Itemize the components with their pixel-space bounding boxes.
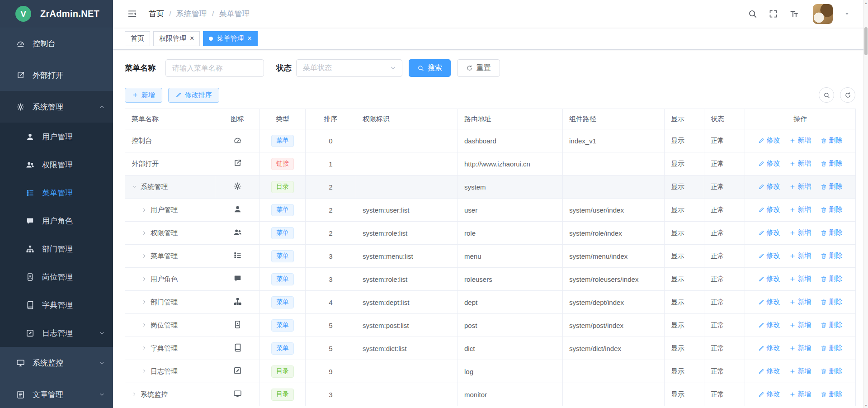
chevron-right-icon[interactable]: [142, 230, 147, 236]
sidebar-item-external[interactable]: 外部打开: [0, 59, 113, 91]
search-button[interactable]: 搜索: [409, 59, 451, 77]
chevron-right-icon[interactable]: [142, 276, 147, 282]
status-cell: 正常: [704, 152, 745, 176]
row-add-link[interactable]: 新增: [789, 205, 811, 214]
row-edit-link[interactable]: 修改: [758, 390, 780, 399]
scrollbar-up-arrow[interactable]: ▲: [864, 0, 868, 5]
row-edit-link[interactable]: 修改: [758, 367, 780, 375]
logo[interactable]: V ZrAdmin.NET: [0, 0, 113, 28]
search-toggle-button[interactable]: [819, 87, 834, 103]
row-edit-link[interactable]: 修改: [758, 159, 780, 168]
sidebar-item-log[interactable]: 日志管理: [0, 319, 113, 347]
type-tag: 目录: [271, 389, 294, 401]
reset-button[interactable]: 重置: [457, 59, 500, 77]
row-edit-link[interactable]: 修改: [758, 228, 780, 237]
sidebar: V ZrAdmin.NET 控制台外部打开系统管理用户管理权限管理菜单管理用户角…: [0, 0, 113, 408]
hamburger-icon[interactable]: [127, 9, 137, 19]
tab-role[interactable]: 权限管理×: [153, 31, 200, 46]
tab-menu[interactable]: 菜单管理×: [203, 31, 257, 46]
sidebar-item-menu[interactable]: 菜单管理: [0, 179, 113, 207]
chevron-right-icon[interactable]: [142, 369, 147, 374]
chevron-right-icon[interactable]: [142, 299, 147, 305]
sidebar-item-user[interactable]: 用户管理: [0, 123, 113, 151]
sidebar-item-roleusers[interactable]: 用户角色: [0, 207, 113, 235]
row-edit-link[interactable]: 修改: [758, 251, 780, 260]
sort-button[interactable]: 修改排序: [168, 88, 219, 103]
sidebar-item-label: 日志管理: [42, 328, 73, 338]
row-delete-link[interactable]: 删除: [821, 205, 843, 214]
row-edit-link[interactable]: 修改: [758, 321, 780, 329]
chevron-down-icon[interactable]: [132, 184, 137, 190]
row-delete-link[interactable]: 删除: [821, 275, 843, 283]
row-add-link[interactable]: 新增: [789, 159, 811, 168]
add-button-label: 新增: [142, 91, 155, 100]
type-tag: 目录: [271, 181, 294, 193]
row-delete-link[interactable]: 删除: [821, 159, 843, 168]
row-delete-link[interactable]: 删除: [821, 298, 843, 306]
sidebar-item-dict[interactable]: 字典管理: [0, 291, 113, 319]
chevron-down-icon: [99, 392, 105, 398]
row-edit-link[interactable]: 修改: [758, 344, 780, 352]
row-delete-link[interactable]: 删除: [821, 344, 843, 352]
close-icon[interactable]: ×: [247, 35, 251, 42]
add-button[interactable]: 新增: [125, 88, 162, 103]
visible-cell: 显示: [665, 245, 704, 268]
row-add-link[interactable]: 新增: [789, 390, 811, 399]
status-select[interactable]: 菜单状态: [296, 59, 402, 77]
row-edit-link[interactable]: 修改: [758, 275, 780, 283]
edit-icon: [25, 329, 35, 337]
row-add-link[interactable]: 新增: [789, 275, 811, 283]
sidebar-item-system[interactable]: 系统管理: [0, 91, 113, 123]
row-edit-link[interactable]: 修改: [758, 182, 780, 191]
scrollbar-down-arrow[interactable]: ▼: [864, 403, 868, 408]
search-icon[interactable]: [748, 9, 757, 19]
scrollbar-thumb[interactable]: [864, 27, 868, 55]
row-add-link[interactable]: 新增: [789, 298, 811, 306]
fullscreen-icon[interactable]: [769, 9, 778, 19]
sidebar-item-dashboard[interactable]: 控制台: [0, 28, 113, 59]
page-scrollbar[interactable]: ▲ ▼: [863, 0, 868, 408]
row-edit-link[interactable]: 修改: [758, 205, 780, 214]
row-delete-link[interactable]: 删除: [821, 251, 843, 260]
plus-icon: [789, 345, 796, 351]
row-delete-link[interactable]: 删除: [821, 321, 843, 329]
menu-name-input[interactable]: [165, 59, 264, 77]
refresh-button[interactable]: [840, 87, 855, 103]
sort-button-label: 修改排序: [185, 91, 212, 100]
row-add-link[interactable]: 新增: [789, 344, 811, 352]
component-cell: system/post/index: [563, 314, 665, 337]
row-delete-link[interactable]: 删除: [821, 228, 843, 237]
row-delete-link[interactable]: 删除: [821, 367, 843, 375]
row-delete-link[interactable]: 删除: [821, 390, 843, 399]
font-size-icon[interactable]: [789, 9, 799, 19]
pen-icon: [758, 345, 764, 351]
route-cell: dashboard: [458, 129, 563, 152]
row-add-link[interactable]: 新增: [789, 321, 811, 329]
row-add-link[interactable]: 新增: [789, 367, 811, 375]
avatar[interactable]: [813, 4, 833, 24]
row-delete-link[interactable]: 删除: [821, 136, 843, 145]
row-add-link[interactable]: 新增: [789, 251, 811, 260]
sidebar-item-monitor[interactable]: 系统监控: [0, 347, 113, 379]
breadcrumb-item[interactable]: 首页: [149, 9, 164, 19]
row-add-link[interactable]: 新增: [789, 228, 811, 237]
sidebar-item-post[interactable]: 岗位管理: [0, 263, 113, 291]
sidebar-item-dept[interactable]: 部门管理: [0, 235, 113, 263]
row-add-link[interactable]: 新增: [789, 182, 811, 191]
row-add-link[interactable]: 新增: [789, 136, 811, 145]
row-delete-link[interactable]: 删除: [821, 182, 843, 191]
row-edit-link[interactable]: 修改: [758, 298, 780, 306]
tab-home[interactable]: 首页: [125, 31, 150, 46]
chevron-right-icon[interactable]: [142, 207, 147, 213]
chevron-right-icon[interactable]: [132, 392, 137, 397]
chevron-right-icon[interactable]: [142, 346, 147, 351]
sidebar-item-role[interactable]: 权限管理: [0, 151, 113, 179]
caret-down-icon[interactable]: [844, 11, 850, 17]
chevron-right-icon[interactable]: [142, 253, 147, 259]
type-tag: 菜单: [271, 204, 294, 216]
sidebar-item-article[interactable]: 文章管理: [0, 379, 113, 408]
row-edit-link[interactable]: 修改: [758, 136, 780, 145]
chevron-right-icon[interactable]: [142, 323, 147, 328]
pen-icon: [758, 322, 764, 328]
close-icon[interactable]: ×: [190, 35, 194, 42]
